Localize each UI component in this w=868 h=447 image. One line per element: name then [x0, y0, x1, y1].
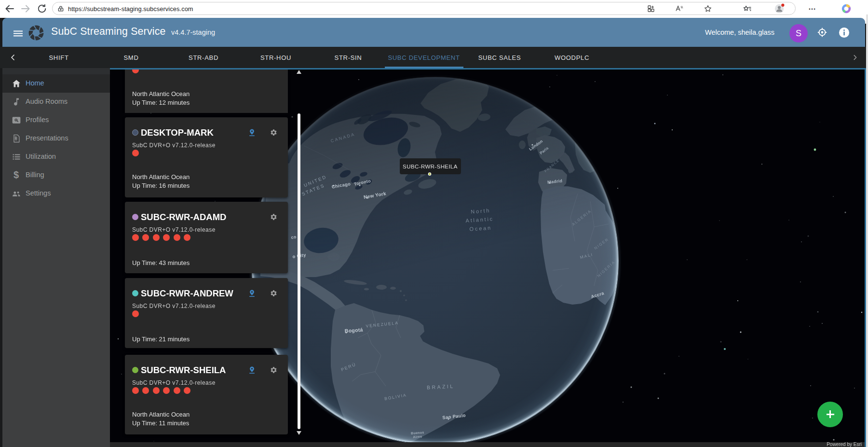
svg-text:Aires: Aires: [413, 434, 422, 438]
svg-text:co: co: [291, 235, 297, 240]
svg-text:SUBC-RWR-SHEILA: SUBC-RWR-SHEILA: [403, 164, 458, 169]
